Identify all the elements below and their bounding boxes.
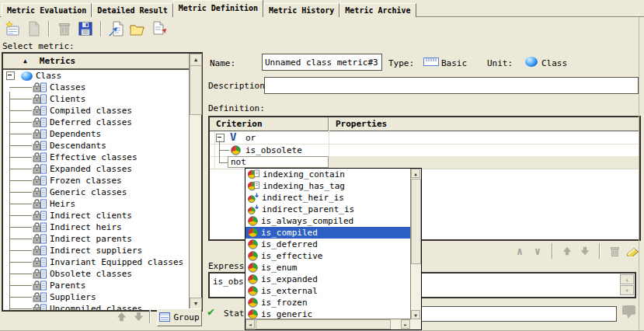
save-metric-button[interactable] [76, 19, 95, 38]
criterion-pie-icon [248, 228, 258, 238]
metric-tree-item[interactable]: Dependents [3, 128, 190, 140]
tab-metric-evaluation[interactable]: Metric Evaluation [2, 3, 92, 17]
dropdown-horizontal-scrollbar[interactable]: ◄ ► [245, 319, 411, 329]
dropdown-item-indirect_parent_is[interactable]: indirect_parent_is [245, 204, 411, 215]
scroll-right-icon[interactable]: ► [401, 319, 410, 329]
dropdown-vertical-scrollbar[interactable]: ▲ ▼ [410, 169, 421, 319]
metric-tree-item[interactable]: Descendants [3, 140, 190, 152]
import-metrics-button[interactable] [107, 19, 126, 38]
select-metric-label: Select metric: [2, 41, 75, 51]
metric-tree-item[interactable]: Indirect heirs [3, 221, 190, 233]
dropdown-item-indexing_has_tag[interactable]: indexing_has_tag [245, 180, 411, 192]
dropdown-item-is_frozen[interactable]: is_frozen [245, 297, 411, 308]
dropdown-item-is_compiled[interactable]: is_compiled [245, 227, 411, 239]
metric-tree-item[interactable]: Suppliers [3, 291, 190, 303]
metric-tree-item[interactable]: Heirs [3, 198, 190, 210]
scrollbar-thumb[interactable] [256, 319, 391, 329]
move-metric-up-button[interactable] [114, 310, 128, 323]
description-input[interactable] [264, 77, 639, 94]
column-header-properties[interactable]: Properties [329, 117, 639, 131]
erase-definition-button[interactable] [625, 244, 639, 258]
metric-lock-page-icon [33, 246, 47, 256]
move-criterion-down-button[interactable] [578, 244, 592, 258]
dropdown-item-label: is_always_compiled [261, 216, 353, 226]
metric-tree-item[interactable]: Indirect suppliers [3, 245, 190, 256]
metric-item-label: Deferred classes [50, 117, 132, 127]
export-metrics-button[interactable] [149, 19, 168, 38]
metric-toolbar [3, 19, 168, 38]
dropdown-item-is_expanded[interactable]: is_expanded [245, 274, 411, 285]
dropdown-item-is_enum[interactable]: is_enum [245, 262, 411, 274]
dropdown-item-is_always_compiled[interactable]: is_always_compiled [245, 215, 411, 227]
dropdown-item-label: indexing_contain [263, 169, 345, 179]
and-operator-button[interactable]: ∧ [513, 244, 527, 258]
metric-tree-item[interactable]: Invariant Equipped classes [3, 256, 190, 268]
scrollbar-thumb[interactable] [411, 179, 421, 264]
dropdown-item-is_external[interactable]: is_external [245, 285, 411, 297]
metric-lock-page-icon [33, 280, 47, 291]
metric-tree-item[interactable]: Obsolete classes [3, 268, 190, 280]
class-unit-sphere-icon [525, 57, 538, 67]
comment-bubble-icon[interactable] [621, 304, 638, 319]
separator [149, 310, 151, 323]
criterion-row-or[interactable]: V or [210, 131, 639, 145]
spin-up-icon[interactable]: ▲ [620, 274, 634, 284]
spin-down-icon[interactable]: ▼ [620, 285, 634, 295]
scroll-up-icon[interactable]: ▲ [190, 54, 202, 66]
open-metric-file-button[interactable] [128, 19, 147, 38]
metric-tree-root[interactable]: Class [3, 70, 190, 82]
metric-list-header[interactable]: ▲ Metrics [3, 54, 190, 70]
separator [552, 243, 553, 259]
metric-lock-page-icon [33, 117, 47, 127]
criterion-pie-doc-icon [248, 181, 259, 191]
metric-tree-item[interactable]: Indirect parents [3, 233, 190, 245]
metric-tree-item[interactable]: Clients [3, 93, 190, 105]
scroll-left-icon[interactable]: ◄ [245, 319, 255, 329]
tab-metric-history[interactable]: Metric History [263, 3, 339, 17]
move-metric-down-button[interactable] [131, 310, 145, 323]
metric-tree-item[interactable]: Deferred classes [3, 117, 190, 128]
scroll-down-icon[interactable]: ▼ [411, 310, 420, 319]
metric-tree-item[interactable]: Classes [3, 82, 190, 93]
metric-tree-item[interactable]: Generic classes [3, 186, 190, 198]
duplicate-metric-button[interactable] [24, 19, 43, 38]
metric-item-label: Classes [50, 82, 85, 92]
metric-tree-item[interactable]: Effective classes [3, 152, 190, 163]
criterion-pie-icon [248, 298, 258, 308]
metric-tree-item[interactable]: Frozen classes [3, 175, 190, 186]
column-header-criterion[interactable]: Criterion [210, 117, 329, 131]
group-toggle-button[interactable]: Group [157, 308, 202, 326]
metric-tree-item[interactable]: Expanded classes [3, 163, 190, 175]
dropdown-item-is_deferred[interactable]: is_deferred [245, 239, 411, 250]
move-criterion-up-button[interactable] [560, 244, 574, 258]
collapse-icon[interactable] [216, 134, 225, 142]
or-operator-button[interactable]: ∨ [531, 244, 545, 258]
metric-list: ▲ Metrics Class Classes Clients Compiled… [2, 52, 203, 312]
delete-metric-button[interactable] [55, 19, 74, 38]
delete-criterion-button[interactable] [607, 244, 621, 258]
name-input[interactable] [262, 54, 382, 71]
dropdown-item-indirect_heir_is[interactable]: indirect_heir_is [245, 192, 411, 204]
description-label: Description [208, 81, 265, 91]
tab-metric-archive[interactable]: Metric Archive [339, 3, 416, 17]
collapse-icon[interactable] [6, 71, 15, 80]
metric-tree-item[interactable]: Parents [3, 280, 190, 291]
scroll-up-icon[interactable]: ▲ [411, 169, 420, 178]
criterion-edit-cell[interactable]: not [228, 156, 329, 168]
metric-tree-item[interactable]: Indirect clients [3, 210, 190, 221]
metric-item-label: Generic classes [50, 187, 127, 197]
metric-item-label: Obsolete classes [50, 269, 132, 279]
new-metric-button[interactable] [3, 19, 22, 38]
metric-list-scrollbar[interactable]: ▲ ▼ [189, 54, 201, 310]
criterion-pie-arrow-icon [248, 193, 259, 203]
dropdown-item-is_effective[interactable]: is_effective [245, 250, 411, 262]
criterion-row-is-obsolete[interactable]: is_obsolete [210, 144, 639, 157]
scrollbar-thumb[interactable] [190, 65, 202, 115]
dropdown-item-indexing_contain[interactable]: indexing_contain [245, 169, 411, 180]
metric-item-label: Effective classes [50, 152, 138, 162]
tab-metric-definition[interactable]: Metric Definition [173, 0, 263, 17]
dropdown-item-is_generic[interactable]: is_generic [245, 308, 411, 319]
metric-tree-item[interactable]: Compiled classes [3, 105, 190, 117]
tab-detailed-result[interactable]: Detailed Result [92, 3, 172, 17]
definition-label: Definition: [208, 103, 265, 113]
